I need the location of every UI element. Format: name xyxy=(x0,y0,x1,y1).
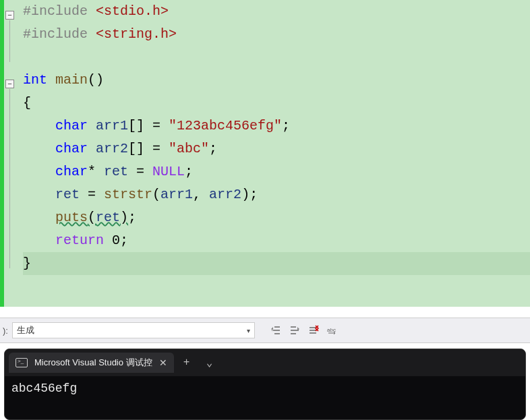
terminal-panel: Microsoft Visual Studio 调试控 ✕ + ⌄ abc456… xyxy=(0,343,530,420)
panel-gap xyxy=(0,307,530,318)
code-content[interactable]: #include <stdio.h>#include <string.h> in… xyxy=(19,0,530,307)
code-line[interactable] xyxy=(23,46,530,69)
code-token xyxy=(23,164,55,179)
code-token: char xyxy=(55,164,88,179)
indent-right-icon[interactable] xyxy=(287,323,302,338)
code-token: char xyxy=(55,118,88,133)
code-token: arr2 xyxy=(96,141,128,156)
new-tab-button[interactable]: + xyxy=(177,357,197,369)
toolbar-prefix: ): xyxy=(3,326,8,336)
code-token: "abc" xyxy=(169,141,209,156)
code-token: ( xyxy=(88,210,96,225)
code-token: } xyxy=(23,256,31,271)
code-line[interactable]: ret = strstr(arr1, arr2); xyxy=(23,183,530,206)
code-token: NULL xyxy=(152,164,185,179)
code-token: ) xyxy=(120,210,128,225)
code-token: return xyxy=(55,233,104,248)
code-token: ( xyxy=(152,187,160,202)
code-token: ; xyxy=(185,164,193,179)
code-token: ); xyxy=(241,187,258,202)
output-toolbar: ): 生成 ▾ abc xyxy=(0,318,530,343)
code-token: "123abc456efg" xyxy=(169,118,282,133)
code-token: arr1 xyxy=(96,118,128,133)
code-token: main xyxy=(55,72,88,88)
code-token: #include xyxy=(23,26,96,42)
code-token: [] = xyxy=(128,118,169,133)
code-token xyxy=(23,118,55,133)
clear-icon[interactable] xyxy=(306,323,321,338)
code-token: = xyxy=(80,187,104,202)
code-line[interactable]: char arr2[] = "abc"; xyxy=(23,138,530,160)
indent-left-icon[interactable] xyxy=(268,323,283,338)
code-line[interactable]: } xyxy=(23,252,530,275)
code-token xyxy=(88,118,96,133)
dropdown-value: 生成 xyxy=(17,324,34,336)
code-token: strstr xyxy=(104,187,152,202)
code-token: ret xyxy=(104,164,128,179)
fold-toggle-icon[interactable]: − xyxy=(5,11,14,20)
code-line[interactable]: char* ret = NULL; xyxy=(23,160,530,183)
code-token: 0; xyxy=(104,233,128,248)
code-line[interactable]: puts(ret); xyxy=(23,206,530,229)
code-token: ; xyxy=(128,210,136,225)
code-token xyxy=(88,141,96,156)
terminal-window[interactable]: Microsoft Visual Studio 调试控 ✕ + ⌄ abc456… xyxy=(4,349,526,420)
code-line[interactable]: #include <stdio.h> xyxy=(23,0,530,23)
gutter[interactable]: −− xyxy=(4,0,19,307)
chevron-down-icon: ▾ xyxy=(247,327,250,334)
fold-line xyxy=(9,20,10,62)
code-token: char xyxy=(55,141,88,156)
code-token xyxy=(23,210,55,225)
code-token: [] = xyxy=(128,141,169,156)
code-line[interactable]: #include <string.h> xyxy=(23,23,530,46)
code-editor[interactable]: −− #include <stdio.h>#include <string.h>… xyxy=(0,0,530,307)
code-token: #include xyxy=(23,3,96,19)
code-line[interactable]: char arr1[] = "123abc456efg"; xyxy=(23,115,530,138)
code-line[interactable]: return 0; xyxy=(23,229,530,252)
terminal-tabbar: Microsoft Visual Studio 调试控 ✕ + ⌄ xyxy=(5,349,525,376)
code-token xyxy=(23,187,55,202)
code-token: ret xyxy=(96,210,120,225)
code-token: ; xyxy=(209,141,217,156)
code-token: () xyxy=(88,72,104,88)
code-token: <stdio.h> xyxy=(96,3,169,19)
code-token: * xyxy=(88,164,104,179)
code-line[interactable]: { xyxy=(23,92,530,115)
code-token: ; xyxy=(282,118,290,133)
output-source-dropdown[interactable]: 生成 ▾ xyxy=(12,322,255,338)
code-line[interactable]: int main() xyxy=(23,69,530,92)
code-token: , xyxy=(193,187,209,202)
code-token: <string.h> xyxy=(96,26,177,42)
code-token: { xyxy=(23,95,31,111)
terminal-icon xyxy=(16,358,28,367)
close-icon[interactable]: ✕ xyxy=(159,357,167,368)
code-token: puts xyxy=(55,210,88,225)
code-token xyxy=(23,141,55,156)
code-token xyxy=(23,233,55,248)
code-token: arr1 xyxy=(160,187,193,202)
terminal-tab-title: Microsoft Visual Studio 调试控 xyxy=(34,357,152,369)
fold-toggle-icon[interactable]: − xyxy=(5,80,14,88)
tab-menu-chevron-icon[interactable]: ⌄ xyxy=(200,356,220,369)
wrap-icon[interactable]: abc xyxy=(325,323,340,338)
terminal-output[interactable]: abc456efg xyxy=(5,376,525,400)
fold-line xyxy=(9,89,10,268)
code-token: arr2 xyxy=(209,187,241,202)
code-token: int xyxy=(23,72,47,88)
code-token: ret xyxy=(55,187,80,202)
code-token: = xyxy=(128,164,152,179)
terminal-tab[interactable]: Microsoft Visual Studio 调试控 ✕ xyxy=(9,353,174,373)
code-token xyxy=(47,72,55,88)
